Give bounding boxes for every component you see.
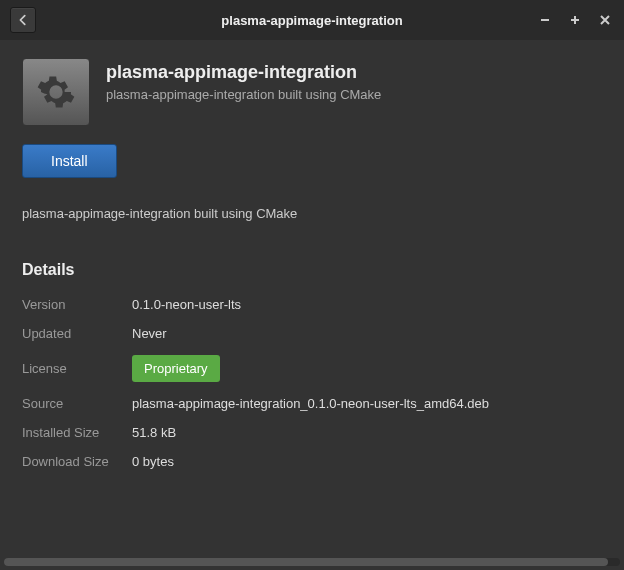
svg-rect-0 xyxy=(541,19,549,21)
label-download-size: Download Size xyxy=(22,454,132,469)
license-badge: Proprietary xyxy=(132,355,220,382)
minimize-button[interactable] xyxy=(536,11,554,29)
value-source: plasma-appimage-integration_0.1.0-neon-u… xyxy=(132,396,602,411)
close-button[interactable] xyxy=(596,11,614,29)
app-header: plasma-appimage-integration plasma-appim… xyxy=(22,58,602,126)
close-icon xyxy=(600,15,610,25)
minimize-icon xyxy=(540,15,550,25)
svg-rect-2 xyxy=(571,19,579,21)
value-license: Proprietary xyxy=(132,355,602,382)
window-title: plasma-appimage-integration xyxy=(0,13,624,28)
app-text: plasma-appimage-integration plasma-appim… xyxy=(106,58,381,126)
scrollbar-thumb[interactable] xyxy=(4,558,608,566)
gear-icon xyxy=(36,72,76,112)
value-version: 0.1.0-neon-user-lts xyxy=(132,297,602,312)
label-source: Source xyxy=(22,396,132,411)
install-button[interactable]: Install xyxy=(22,144,117,178)
app-name: plasma-appimage-integration xyxy=(106,62,381,83)
value-installed-size: 51.8 kB xyxy=(132,425,602,440)
details-grid: Version 0.1.0-neon-user-lts Updated Neve… xyxy=(22,297,602,469)
app-description: plasma-appimage-integration built using … xyxy=(22,206,602,221)
value-updated: Never xyxy=(132,326,602,341)
arrow-left-icon xyxy=(16,13,30,27)
back-button[interactable] xyxy=(10,7,36,33)
titlebar: plasma-appimage-integration xyxy=(0,0,624,40)
app-subtitle: plasma-appimage-integration built using … xyxy=(106,87,381,102)
label-version: Version xyxy=(22,297,132,312)
app-icon xyxy=(22,58,90,126)
value-download-size: 0 bytes xyxy=(132,454,602,469)
label-updated: Updated xyxy=(22,326,132,341)
horizontal-scrollbar[interactable] xyxy=(4,558,620,566)
label-installed-size: Installed Size xyxy=(22,425,132,440)
maximize-button[interactable] xyxy=(566,11,584,29)
content-area: plasma-appimage-integration plasma-appim… xyxy=(0,40,624,558)
label-license: License xyxy=(22,361,132,376)
plus-icon xyxy=(570,15,580,25)
window-controls xyxy=(536,11,614,29)
details-heading: Details xyxy=(22,261,602,279)
